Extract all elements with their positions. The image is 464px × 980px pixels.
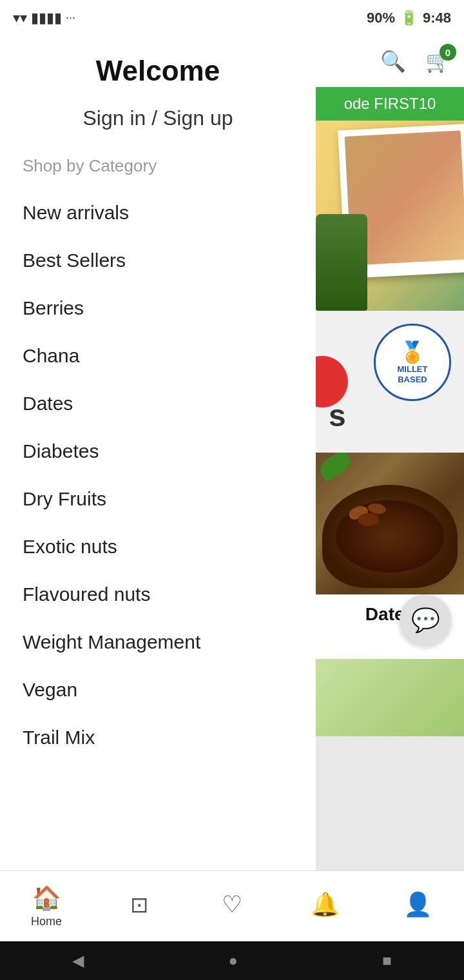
menu-item-trail-mix[interactable]: Trail Mix — [19, 714, 296, 761]
date-3 — [358, 513, 379, 526]
status-right: 90% 🔋 9:48 — [367, 10, 451, 26]
status-left: ▾▾ ▮▮▮▮ ··· — [13, 10, 75, 26]
cart-count: 0 — [440, 44, 456, 61]
menu-item-chana[interactable]: Chana — [19, 332, 296, 380]
heart-icon: ♡ — [222, 891, 242, 918]
product-can-left — [316, 214, 367, 311]
status-bar: ▾▾ ▮▮▮▮ ··· 90% 🔋 9:48 — [0, 0, 464, 35]
whatsapp-button[interactable]: 💬 — [400, 594, 451, 646]
home-label: Home — [31, 915, 62, 928]
millet-text: MILLETBASED — [398, 364, 428, 384]
nav-item-wishlist[interactable]: ♡ — [186, 891, 278, 921]
medal-icon: 🏅 — [400, 340, 425, 364]
dates-product-card[interactable]: Dates 💬 — [316, 453, 464, 659]
whatsapp-icon: 💬 — [411, 607, 440, 634]
home-icon: 🏠 — [32, 885, 61, 912]
android-back-button[interactable]: ◀ — [72, 952, 84, 970]
drawer-welcome-title: Welcome — [19, 55, 296, 87]
menu-item-best-sellers[interactable]: Best Sellers — [19, 237, 296, 284]
dates-pile — [336, 500, 444, 573]
nav-item-catalog[interactable]: ⊡ — [93, 892, 186, 921]
wifi-icon: ▾▾ — [13, 10, 27, 26]
promo-text: ode FIRST10 — [344, 95, 436, 112]
menu-item-dry-fruits[interactable]: Dry Fruits — [19, 475, 296, 523]
catalog-icon: ⊡ — [130, 892, 148, 917]
drawer-menu-list: New arrivals Best Sellers Berries Chana … — [19, 189, 296, 761]
dates-bowl — [322, 485, 458, 588]
battery-text: 90% — [367, 10, 395, 26]
android-home-button[interactable]: ● — [228, 952, 238, 970]
time-text: 9:48 — [423, 10, 451, 26]
next-product-partial — [316, 659, 464, 736]
bell-icon: 🔔 — [311, 891, 340, 918]
profile-icon: 👤 — [403, 891, 432, 918]
drawer-section-title: Shop by Category — [19, 156, 296, 176]
dots-icon: ··· — [66, 11, 75, 24]
menu-item-flavoured-nuts[interactable]: Flavoured nuts — [19, 571, 296, 618]
menu-item-weight-management[interactable]: Weight Management — [19, 618, 296, 666]
search-icon[interactable]: 🔍 — [380, 49, 406, 74]
menu-item-dates[interactable]: Dates — [19, 380, 296, 427]
main-content: 🔍 🛒 0 ode FIRST10 🏅 MILLETBASED — [316, 35, 464, 870]
next-product-bg — [316, 659, 464, 736]
dates-image — [316, 453, 464, 594]
menu-item-exotic-nuts[interactable]: Exotic nuts — [19, 523, 296, 571]
android-recent-button[interactable]: ■ — [382, 952, 392, 970]
millet-badge: 🏅 MILLETBASED — [374, 324, 451, 401]
nav-item-home[interactable]: 🏠 Home — [0, 885, 93, 928]
menu-item-diabetes[interactable]: Diabetes — [19, 427, 296, 475]
battery-icon: 🔋 — [400, 10, 418, 26]
category-section: 🏅 MILLETBASED s — [316, 311, 464, 453]
bottom-nav: 🏠 Home ⊡ ♡ 🔔 👤 — [0, 870, 464, 941]
nav-item-notifications[interactable]: 🔔 — [278, 891, 371, 921]
partial-letter: s — [329, 398, 346, 433]
menu-item-new-arrivals[interactable]: New arrivals — [19, 189, 296, 237]
android-nav-bar: ◀ ● ■ — [0, 941, 464, 980]
menu-item-vegan[interactable]: Vegan — [19, 666, 296, 714]
hero-banner — [316, 121, 464, 311]
promo-banner[interactable]: ode FIRST10 — [316, 87, 464, 121]
nav-item-profile[interactable]: 👤 — [371, 891, 464, 921]
overlay: Welcome Sign in / Sign up Shop by Catego… — [0, 35, 464, 870]
drawer-panel: Welcome Sign in / Sign up Shop by Catego… — [0, 35, 316, 870]
cart-badge[interactable]: 🛒 0 — [425, 49, 451, 74]
drawer-signin-link[interactable]: Sign in / Sign up — [19, 106, 296, 130]
app-header: 🔍 🛒 0 — [316, 35, 464, 87]
menu-item-berries[interactable]: Berries — [19, 284, 296, 332]
signal-icon: ▮▮▮▮ — [31, 10, 62, 26]
leaf-decoration — [316, 453, 354, 482]
